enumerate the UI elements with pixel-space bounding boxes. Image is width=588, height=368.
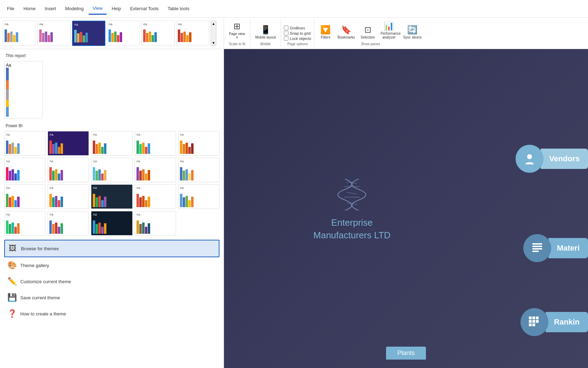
theme-card-2[interactable]: Aa xyxy=(48,131,89,156)
theme-card-18[interactable]: Aa xyxy=(91,211,132,236)
materials-icon xyxy=(523,234,551,262)
theme-card-10[interactable]: Aa xyxy=(178,158,219,182)
svg-rect-10 xyxy=(529,316,532,319)
theme-card-14[interactable]: Aa xyxy=(135,184,176,209)
svg-rect-15 xyxy=(536,320,539,323)
ribbon-group-mobile: 📱 Mobile layout Mobile xyxy=(250,19,281,47)
sync-icon: 🔄 xyxy=(407,25,418,35)
performance-analyzer-button[interactable]: 📊 Performance analyzer xyxy=(378,20,399,41)
svg-line-2 xyxy=(347,192,357,194)
theme-card-4[interactable]: Aa xyxy=(135,131,176,156)
save-theme-icon: 💾 xyxy=(7,293,17,302)
gallery-icon: 🎨 xyxy=(7,261,17,270)
theme-thumb-2[interactable]: Aa xyxy=(37,21,71,46)
performance-icon: 📊 xyxy=(384,21,394,31)
svg-rect-12 xyxy=(536,316,539,319)
enterprise-name: EnterpriseManufacturers LTD xyxy=(313,216,391,242)
svg-rect-13 xyxy=(529,320,532,323)
svg-rect-17 xyxy=(532,323,535,326)
mobile-layout-button[interactable]: 📱 Mobile layout xyxy=(253,23,278,41)
selection-icon: ⊡ xyxy=(364,25,371,35)
menu-modeling[interactable]: Modeling xyxy=(61,3,88,14)
bookmarks-icon: 🔖 xyxy=(341,25,351,35)
svg-rect-11 xyxy=(532,316,535,319)
menu-insert[interactable]: Insert xyxy=(41,3,61,14)
browse-for-themes-item[interactable]: 🖼 Browse for themes xyxy=(4,240,219,257)
svg-rect-9 xyxy=(532,251,539,252)
ribbon-group-show-panes: 🔽 Filters 🔖 Bookmarks ⊡ Selection 📊 Perf… xyxy=(314,19,427,47)
dna-icon xyxy=(335,176,370,211)
menu-table-tools[interactable]: Table tools xyxy=(163,3,194,14)
plants-tab[interactable]: Plants xyxy=(386,347,426,360)
browse-icon: 🖼 xyxy=(8,244,18,253)
main-content: This report Aa Power BI Aa xyxy=(0,49,588,368)
svg-rect-6 xyxy=(532,243,542,245)
theme-thumb-6[interactable]: Aa xyxy=(176,21,209,46)
menu-bar: File Home Insert Modeling View Help Exte… xyxy=(0,0,588,18)
theme-thumb-3[interactable]: Aa xyxy=(72,21,105,46)
theme-card-11[interactable]: Aa xyxy=(4,184,46,209)
menu-view[interactable]: View xyxy=(89,3,107,15)
theme-card-16[interactable]: Aa xyxy=(4,211,46,236)
this-report-card[interactable]: Aa xyxy=(4,61,43,118)
selection-button[interactable]: ⊡ Selection xyxy=(358,23,377,41)
ranking-button[interactable]: Rankin xyxy=(520,308,588,336)
canvas-area: EnterpriseManufacturers LTD Vendors xyxy=(224,49,588,368)
lock-objects-checkbox[interactable]: Lock objects xyxy=(284,36,311,41)
ranking-label: Rankin xyxy=(546,312,588,332)
mobile-icon: 📱 xyxy=(260,25,271,35)
theme-card-5[interactable]: Aa xyxy=(178,131,219,156)
svg-rect-14 xyxy=(532,320,535,323)
svg-rect-7 xyxy=(532,246,542,247)
menu-file[interactable]: File xyxy=(3,3,19,14)
svg-rect-16 xyxy=(529,323,532,326)
theme-card-9[interactable]: Aa xyxy=(135,158,176,182)
svg-rect-8 xyxy=(532,248,542,250)
theme-card-7[interactable]: Aa xyxy=(48,158,89,182)
menu-help[interactable]: Help xyxy=(107,3,125,14)
bookmarks-button[interactable]: 🔖 Bookmarks xyxy=(335,23,357,41)
theme-card-12[interactable]: Aa xyxy=(48,184,89,209)
gridlines-checkbox[interactable]: Gridlines xyxy=(284,26,311,30)
help-icon: ❓ xyxy=(7,309,17,318)
save-theme-item[interactable]: 💾 Save current theme xyxy=(4,289,219,306)
this-report-label: This report xyxy=(4,53,219,58)
snap-to-grid-checkbox[interactable]: Snap to grid xyxy=(284,31,311,35)
page-view-icon: ⊞ xyxy=(233,21,240,31)
theme-card-6[interactable]: Aa xyxy=(4,158,46,182)
theme-thumb-5[interactable]: Aa xyxy=(141,21,175,46)
theme-card-13[interactable]: Aa xyxy=(91,184,132,209)
ribbon: Aa Aa Aa xyxy=(0,18,588,49)
customize-icon: ✏️ xyxy=(7,277,17,286)
theme-gallery-item[interactable]: 🎨 Theme gallery xyxy=(4,257,219,273)
menu-external-tools[interactable]: External Tools xyxy=(126,3,163,14)
vendors-button[interactable]: Vendors xyxy=(516,145,588,173)
theme-card-8[interactable]: Aa xyxy=(91,158,132,182)
filters-button[interactable]: 🔽 Filters xyxy=(317,23,334,41)
materials-label: Materi xyxy=(548,238,588,258)
theme-card-19[interactable]: Aa xyxy=(135,211,176,236)
vendors-label: Vendors xyxy=(541,149,588,169)
theme-card-1[interactable]: Aa xyxy=(4,131,46,156)
theme-card-17[interactable]: Aa xyxy=(48,211,89,236)
page-view-button[interactable]: ⊞ Page view ▼ xyxy=(227,20,247,41)
menu-home[interactable]: Home xyxy=(19,3,40,14)
theme-card-3[interactable]: Aa xyxy=(91,131,132,156)
materials-button[interactable]: Materi xyxy=(523,234,588,262)
power-bi-label: Power BI xyxy=(4,123,219,128)
theme-grid: Aa Aa Aa xyxy=(4,131,219,236)
theme-dropdown-panel: This report Aa Power BI Aa xyxy=(0,49,224,368)
theme-thumb-1[interactable]: Aa xyxy=(3,21,36,46)
customize-theme-item[interactable]: ✏️ Customize current theme xyxy=(4,273,219,289)
plants-label: Plants xyxy=(386,347,426,360)
vendors-icon xyxy=(516,145,544,173)
filters-icon: 🔽 xyxy=(320,25,331,35)
theme-thumb-4[interactable]: Aa xyxy=(107,21,140,46)
sync-slicers-button[interactable]: 🔄 Sync slicers xyxy=(401,23,424,41)
svg-point-5 xyxy=(527,154,532,159)
theme-strip-scroll[interactable]: ▲ ▼ xyxy=(211,21,216,46)
ribbon-group-page-options: Gridlines Snap to grid Lock objects Page… xyxy=(281,19,314,47)
enterprise-logo: EnterpriseManufacturers LTD xyxy=(313,176,391,242)
howto-theme-item[interactable]: ❓ How to create a theme xyxy=(4,306,219,322)
theme-card-15[interactable]: Aa xyxy=(178,184,219,209)
